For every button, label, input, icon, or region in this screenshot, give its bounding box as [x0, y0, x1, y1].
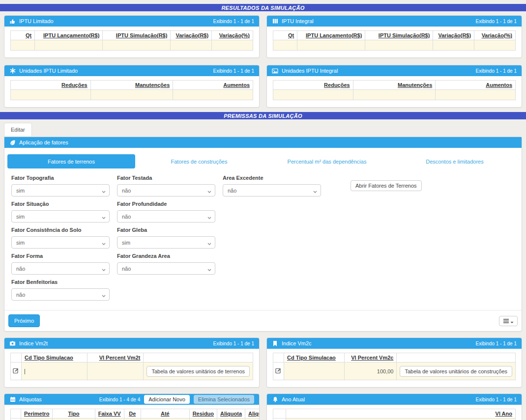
panel-ano-atual: Ano Atual Exibindo 1 - 1 de 1 Vl Ano 202… — [266, 393, 522, 420]
column-header[interactable]: Qt — [11, 31, 35, 40]
column-header[interactable]: De — [124, 409, 141, 419]
panel-unidades-integral-header: Unidades IPTU Integral Exibindo 1 - 1 de… — [267, 65, 522, 76]
column-header[interactable]: IPTU Simulação(R$) — [103, 31, 171, 40]
proximo-button[interactable]: Próximo — [8, 314, 40, 327]
form-column-2: Fator Testada não Fator Profundidade não… — [117, 172, 215, 305]
column-header[interactable]: Manutenções — [353, 81, 436, 90]
adicionar-novo-button[interactable]: Adicionar Novo — [144, 395, 190, 404]
bookmark-icon — [272, 340, 278, 347]
form-column-1: Fator Topografia sim Fator Situação sim … — [11, 172, 110, 305]
tab-fatores-construcoes[interactable]: Fatores de construções — [135, 154, 263, 168]
tabela-valores-terrenos-button[interactable]: Tabela de valores unitários de terrenos — [146, 366, 250, 377]
panel-indice-vm2t-header: Indice Vm2t Exibindo 1 - 1 de 1 — [4, 338, 259, 349]
column-header[interactable]: Qt — [273, 31, 297, 40]
tab-editar[interactable]: Editar — [4, 123, 32, 137]
fator-topografia-select[interactable]: sim — [11, 184, 110, 196]
panel-unidades-limitado: Unidades IPTU Limitado Exibindo 1 - 1 de… — [4, 65, 260, 108]
vm2c-table: Cd Tipo Simulacao Vl Percent Vm2c 100,00 — [273, 353, 516, 380]
fator-profundidade-select[interactable]: não — [117, 210, 215, 223]
field-label: Fator Testada — [117, 175, 215, 181]
column-header[interactable]: Residuo — [189, 409, 217, 419]
aliquotas-header-actions: Exibindo 1 - 4 de 4 Adicionar Novo Elimi… — [99, 395, 254, 404]
tab-percentual-dependencias[interactable]: Percentual m² das dependências — [263, 154, 391, 168]
column-header[interactable]: Aliquota Excedente — [245, 409, 260, 419]
paging-label: Exibindo 1 - 1 de 1 — [213, 341, 254, 346]
fator-forma-select[interactable]: não — [11, 262, 110, 275]
area-excedente-select[interactable]: não — [223, 184, 321, 196]
fator-testada-select[interactable]: não — [117, 184, 215, 196]
iptu-limitado-table: Qt IPTU Lançamento(R$) IPTU Simulação(R$… — [10, 30, 253, 51]
column-header[interactable]: Manutenções — [90, 81, 173, 90]
field-label: Fator Benfeitorias — [11, 279, 110, 285]
column-header[interactable]: Variação(%) — [474, 31, 516, 40]
field-label: Fator Consistência do Solo — [11, 227, 110, 233]
column-header[interactable]: Até — [141, 409, 190, 419]
panel-unidades-integral-body: Reduções Manutenções Aumentos — [267, 76, 522, 107]
fator-grandeza-area-select[interactable]: não — [117, 262, 215, 275]
fator-benfeitorias-select[interactable]: não — [11, 288, 110, 301]
panel-title: Unidades IPTU Limitado — [19, 68, 210, 74]
column-header[interactable]: Faixa VV — [95, 409, 124, 419]
field-label: Fator Topografia — [11, 175, 110, 181]
panel-title: IPTU Limitado — [19, 18, 210, 24]
tab-fatores-terrenos[interactable]: Fatores de terrenos — [7, 154, 135, 168]
table-row — [11, 90, 253, 100]
fator-consistencia-solo-select[interactable]: sim — [11, 236, 110, 249]
column-header[interactable]: Variação(%) — [212, 31, 253, 40]
table-row — [273, 40, 516, 51]
column-header[interactable]: IPTU Simulação(R$) — [365, 31, 433, 40]
panel-aplicacao-fatores-header: Aplicação de fatores — [4, 137, 522, 148]
field-label: Area Excedente — [223, 175, 321, 181]
column-header[interactable]: IPTU Lançamento(R$) — [35, 31, 103, 40]
tab-descontos-limitadores[interactable]: Descontos e limitadores — [391, 154, 519, 168]
row-unidades: Unidades IPTU Limitado Exibindo 1 - 1 de… — [4, 65, 522, 108]
field-label: Fator Grandeza Area — [117, 253, 215, 259]
column-header[interactable]: Aliquota — [217, 409, 245, 419]
tabela-valores-construcoes-button[interactable]: Tabela de valores unitários de construçõ… — [400, 366, 512, 377]
paging-label: Exibindo 1 - 4 de 4 — [99, 397, 140, 402]
leaf-icon — [9, 140, 16, 146]
fator-situacao-select[interactable]: sim — [11, 210, 110, 223]
panel-indice-vm2t: Indice Vm2t Exibindo 1 - 1 de 1 Cd Tipo … — [4, 337, 260, 388]
edit-pencil-square-icon[interactable] — [275, 369, 282, 375]
edit-pencil-square-icon[interactable] — [13, 369, 19, 375]
table-row: 2025 — [273, 419, 516, 420]
section-title-resultados: RESULTADOS DA SIMULAÇÃO — [221, 5, 304, 11]
panel-aliquotas-header: Alíquotas Exibindo 1 - 4 de 4 Adicionar … — [4, 394, 259, 405]
column-header[interactable]: Cd Tipo Simulacao — [284, 353, 345, 363]
column-header[interactable]: Reduções — [273, 81, 353, 90]
abrir-fatores-terrenos-button[interactable]: Abrir Fatores de Terrenos — [351, 180, 422, 191]
column-header[interactable]: Variação(R$) — [433, 31, 474, 40]
table-row: 1 VAGO Todas 0,01 9.999.999.999,00 0,00 … — [11, 419, 260, 420]
paging-label: Exibindo 1 - 1 de 1 — [476, 397, 517, 402]
fator-gleba-select[interactable]: sim — [117, 236, 215, 249]
section-bar-resultados: RESULTADOS DA SIMULAÇÃO — [0, 4, 526, 11]
camera-icon — [9, 340, 16, 347]
column-header[interactable]: Cd Tipo Simulacao — [22, 353, 88, 363]
column-header[interactable]: Variação(R$) — [171, 31, 212, 40]
unidades-limitado-table: Reduções Manutenções Aumentos — [10, 80, 253, 100]
panel-title: Indice Vm2t — [19, 340, 210, 346]
vm2c-percent-value[interactable]: 100,00 — [344, 363, 397, 380]
vl-ano-value[interactable]: 2025 — [286, 419, 516, 420]
column-header[interactable]: Vl Ano — [286, 409, 516, 419]
column-header[interactable]: Aumentos — [436, 81, 516, 90]
column-header[interactable]: IPTU Lançamento(R$) — [297, 31, 365, 40]
elimina-selecionados-button[interactable]: Elimina Selecionados — [194, 395, 254, 404]
column-header[interactable]: Vl Percent Vm2t — [88, 353, 144, 363]
panel-iptu-integral-header: IPTU Integral Exibindo 1 - 1 de 1 — [267, 16, 522, 27]
column-header[interactable]: Aumentos — [173, 81, 253, 90]
column-header[interactable]: Vl Percent Vm2c — [344, 353, 397, 363]
column-header[interactable]: Tipo — [53, 409, 95, 419]
column-header[interactable]: Reduções — [11, 81, 91, 90]
hamburger-caret-icon[interactable] — [499, 316, 518, 326]
form-column-3: Area Excedente não — [223, 172, 321, 305]
column-header[interactable]: Perimetro — [21, 409, 53, 419]
page: RESULTADOS DA SIMULAÇÃO IPTU Limitado Ex… — [0, 0, 526, 420]
unidades-integral-table: Reduções Manutenções Aumentos — [273, 80, 516, 100]
panel-aliquotas: Alíquotas Exibindo 1 - 4 de 4 Adicionar … — [4, 393, 260, 420]
panel-indice-vm2c: Indice Vm2c Exibindo 1 - 1 de 1 Cd Tipo … — [266, 337, 522, 388]
field-label: Fator Profundidade — [117, 201, 215, 207]
panel-indice-vm2t-body: Cd Tipo Simulacao Vl Percent Vm2t — [4, 349, 259, 387]
factor-tabs: Fatores de terrenos Fatores de construçõ… — [7, 154, 519, 168]
